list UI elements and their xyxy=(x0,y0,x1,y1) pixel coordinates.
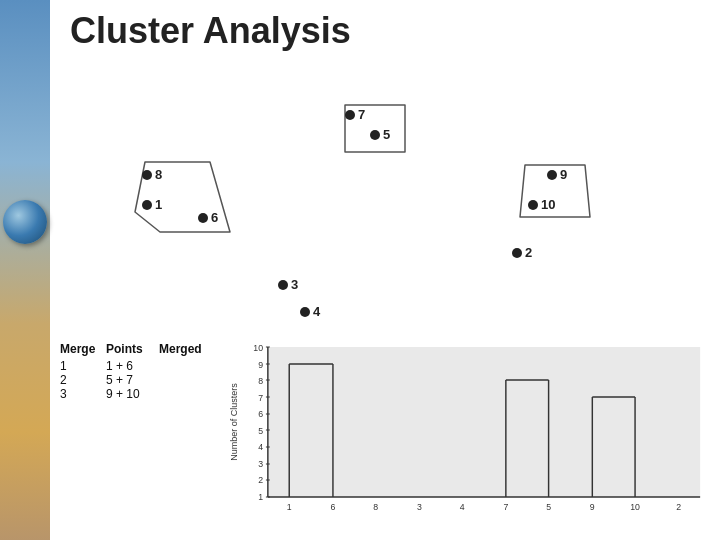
scatter-plot: 8 1 6 7 5 3 4 9 10 2 xyxy=(60,57,700,337)
svg-text:7: 7 xyxy=(503,502,508,512)
svg-text:2: 2 xyxy=(676,502,681,512)
merge-table: Merge Points Merged 1 1 + 6 2 5 + 7 3 9 … xyxy=(60,342,209,517)
col-header-merged: Merged xyxy=(159,342,209,356)
svg-text:1: 1 xyxy=(287,502,292,512)
svg-text:9: 9 xyxy=(258,360,263,370)
svg-text:Number of Clusters: Number of Clusters xyxy=(229,383,239,461)
dendrogram: 10 9 8 7 6 5 4 3 2 1 xyxy=(229,342,705,517)
page-title: Cluster Analysis xyxy=(70,10,705,52)
point-5: 5 xyxy=(370,127,390,142)
svg-text:4: 4 xyxy=(258,442,263,452)
svg-text:6: 6 xyxy=(331,502,336,512)
svg-text:7: 7 xyxy=(258,393,263,403)
svg-text:3: 3 xyxy=(258,459,263,469)
svg-text:5: 5 xyxy=(546,502,551,512)
svg-text:4: 4 xyxy=(460,502,465,512)
col-header-merge: Merge xyxy=(60,342,98,356)
point-1: 1 xyxy=(142,197,162,212)
bottom-section: Merge Points Merged 1 1 + 6 2 5 + 7 3 9 … xyxy=(60,342,705,517)
svg-text:1: 1 xyxy=(258,492,263,502)
point-10: 10 xyxy=(528,197,555,212)
merge-row-1: 1 1 + 6 xyxy=(60,359,209,373)
svg-text:8: 8 xyxy=(373,502,378,512)
point-3: 3 xyxy=(278,277,298,292)
point-9: 9 xyxy=(547,167,567,182)
merge-row-3: 3 9 + 10 xyxy=(60,387,209,401)
globe-icon xyxy=(3,200,47,244)
svg-text:8: 8 xyxy=(258,376,263,386)
point-6: 6 xyxy=(198,210,218,225)
merge-row-2: 2 5 + 7 xyxy=(60,373,209,387)
point-4: 4 xyxy=(300,304,320,319)
svg-text:10: 10 xyxy=(253,343,263,353)
svg-text:6: 6 xyxy=(258,409,263,419)
svg-text:9: 9 xyxy=(590,502,595,512)
svg-text:2: 2 xyxy=(258,475,263,485)
decorative-panel xyxy=(0,0,50,540)
col-header-points: Points xyxy=(106,342,151,356)
svg-text:10: 10 xyxy=(630,502,640,512)
merge-table-header: Merge Points Merged xyxy=(60,342,209,356)
point-2: 2 xyxy=(512,245,532,260)
dendrogram-svg: 10 9 8 7 6 5 4 3 2 1 xyxy=(229,342,705,517)
svg-text:3: 3 xyxy=(417,502,422,512)
point-7: 7 xyxy=(345,107,365,122)
point-8: 8 xyxy=(142,167,162,182)
svg-text:5: 5 xyxy=(258,426,263,436)
main-content: Cluster Analysis 8 1 6 7 5 3 xyxy=(50,0,720,540)
